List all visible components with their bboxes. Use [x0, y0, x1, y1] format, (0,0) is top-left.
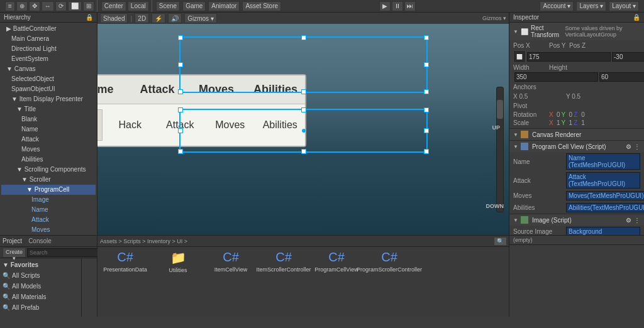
- cell-moves: Moves: [205, 117, 255, 133]
- file-itemscrollercontroller[interactable]: C# ItemScrollerController: [258, 249, 309, 314]
- file-itemcellview[interactable]: C# ItemCellView: [206, 249, 256, 314]
- hierarchy-item-moves[interactable]: Moves: [1, 145, 96, 155]
- file-presentationdata[interactable]: C# PresentationData: [100, 249, 150, 314]
- 2d-btn[interactable]: 2D: [135, 13, 149, 23]
- animator-tab[interactable]: Animator: [208, 1, 240, 11]
- files-grid: C# PresentationData 📁 Utilities C# ItemC…: [97, 247, 509, 317]
- hierarchy-lock[interactable]: 🔒: [86, 14, 93, 21]
- hierarchy-item-moves2[interactable]: Moves: [1, 225, 96, 235]
- scene-view: Shaded | 2D ⚡ 🔊 Gizmos ▾ Gizmos ▾ Name A…: [97, 13, 509, 235]
- toolbar-btn-add[interactable]: ⊕: [16, 1, 28, 11]
- toolbar-btn-menu[interactable]: ≡: [5, 1, 15, 11]
- handle-br-2[interactable]: [424, 89, 429, 94]
- handle-tl-2[interactable]: [178, 35, 183, 40]
- search-files-btn[interactable]: 🔍: [494, 238, 506, 245]
- handle-tm-2[interactable]: [301, 35, 306, 40]
- rot-x-label: X: [549, 111, 555, 118]
- center-btn[interactable]: Center: [101, 1, 126, 11]
- name-field-value[interactable]: Name (TextMeshProUGUI): [566, 153, 640, 170]
- attack-field-value[interactable]: Attack (TextMeshProUGUI): [566, 172, 640, 189]
- pos-x-input[interactable]: [527, 52, 611, 62]
- favorites-allprefab[interactable]: 🔍All Prefab: [1, 302, 80, 313]
- cell-name: Hack: [105, 117, 155, 133]
- hierarchy-item-attack2[interactable]: Attack: [1, 215, 96, 225]
- handle-mr-2[interactable]: [424, 62, 429, 67]
- width-input[interactable]: [514, 72, 598, 82]
- handle-tr[interactable]: [424, 107, 429, 112]
- hierarchy-item-title[interactable]: ▼ Title: [1, 104, 96, 114]
- scene-tab[interactable]: Scene: [156, 1, 180, 11]
- play-button[interactable]: ▶: [379, 1, 391, 11]
- toolbar-btn-scale[interactable]: ⟳: [55, 1, 67, 11]
- inspector-lock[interactable]: 🔒: [633, 14, 640, 21]
- favorites-allmaterials[interactable]: 🔍All Materials: [1, 292, 80, 302]
- pcv-settings[interactable]: ⚙: [626, 143, 631, 150]
- shaded-btn[interactable]: Shaded: [100, 13, 128, 23]
- create-btn[interactable]: Create ▾: [3, 248, 26, 258]
- step-button[interactable]: ⏭: [404, 1, 416, 11]
- toolbar-btn-rotate[interactable]: ↔: [42, 1, 54, 11]
- file-utilities[interactable]: 📁 Utilities: [153, 249, 203, 314]
- pivot-row: Pivot: [509, 101, 644, 111]
- hierarchy-item-spawnobject[interactable]: SpawnObjectUI: [1, 84, 96, 94]
- favorites-allscripts[interactable]: 🔍All Scripts: [1, 270, 80, 281]
- file-programcellview[interactable]: C# ProgramCellView: [311, 249, 362, 314]
- img-settings[interactable]: ⚙: [626, 217, 631, 224]
- pos-y-input[interactable]: [612, 52, 644, 62]
- handle-bm[interactable]: [301, 149, 306, 154]
- source-image-value[interactable]: Background: [566, 227, 640, 235]
- handle-mr[interactable]: [424, 128, 429, 133]
- hierarchy-item-name[interactable]: Name: [1, 124, 96, 134]
- layers-btn[interactable]: Layers ▾: [576, 1, 606, 11]
- hierarchy-item-maincamera[interactable]: Main Camera: [1, 34, 96, 44]
- audio-btn[interactable]: 🔊: [168, 13, 182, 23]
- hierarchy-item-image[interactable]: Image: [1, 195, 96, 205]
- img-menu[interactable]: ⋮: [634, 217, 640, 224]
- hierarchy-item-selectedobject[interactable]: SelectedObject: [1, 74, 96, 84]
- toolbar-btn-move[interactable]: ✥: [29, 1, 40, 11]
- image-script-header[interactable]: ▼ Image (Script) ⚙ ⋮: [509, 214, 644, 226]
- toolbar-btn-transform[interactable]: ⊞: [83, 1, 94, 11]
- game-tab[interactable]: Game: [182, 1, 206, 11]
- scene-scrollbar[interactable]: [496, 87, 504, 212]
- local-btn[interactable]: Local: [128, 1, 149, 11]
- layout-btn[interactable]: Layout ▾: [609, 1, 639, 11]
- hierarchy-item-abilities[interactable]: Abilities: [1, 155, 96, 165]
- height-input[interactable]: [599, 72, 644, 82]
- moves-field-value[interactable]: Moves(TextMeshProUGUI): [566, 191, 644, 200]
- account-btn[interactable]: Account ▾: [540, 1, 574, 11]
- hierarchy-item-directionallight[interactable]: Directional Light: [1, 44, 96, 54]
- gizmos-btn[interactable]: Gizmos ▾: [184, 13, 217, 23]
- anchor-values: X 0.5 Y 0.5: [509, 92, 644, 101]
- handle-bl[interactable]: [178, 149, 183, 154]
- bottom-inspector: (empty): [509, 236, 644, 317]
- handle-tr-2[interactable]: [424, 35, 429, 40]
- hierarchy-item-scroller[interactable]: ▼ Scroller: [1, 175, 96, 185]
- hierarchy-item-scrollingcomp[interactable]: ▼ Scrolling Components: [1, 165, 96, 175]
- canvas-renderer-header[interactable]: ▼ Canvas Renderer: [509, 129, 644, 140]
- toolbar-btn-rect[interactable]: ⬜: [68, 1, 82, 11]
- hierarchy-item-programcell[interactable]: ▼ ProgramCell: [1, 185, 96, 195]
- assets-header: ▼ Assets: [1, 315, 80, 317]
- console-tab[interactable]: Console: [28, 238, 52, 244]
- hierarchy-item-canvas[interactable]: ▼ Canvas: [1, 64, 96, 74]
- asset-store-tab[interactable]: Asset Store: [242, 1, 281, 11]
- hierarchy-item-itemdisplay[interactable]: ▼ Item Display Presenter: [1, 94, 96, 104]
- pcv-menu[interactable]: ⋮: [634, 143, 640, 150]
- hierarchy-item-blank[interactable]: Blank: [1, 114, 96, 124]
- hierarchy-item-attack[interactable]: Attack: [1, 134, 96, 145]
- project-search-input[interactable]: [27, 248, 103, 257]
- pcv-header[interactable]: ▼ Program Cell View (Script) ⚙ ⋮: [509, 141, 644, 152]
- pause-button[interactable]: ⏸: [392, 1, 403, 11]
- hierarchy-item-battlecontroller[interactable]: ▶ BattleController: [1, 24, 96, 34]
- handle-ml-2[interactable]: [178, 62, 183, 67]
- scrollbar-thumb[interactable]: [497, 100, 503, 119]
- file-programscrollercontroller[interactable]: C# ProgramScrollerController: [364, 249, 414, 314]
- favorites-allmodels[interactable]: 🔍All Models: [1, 281, 80, 292]
- hierarchy-item-eventsystem[interactable]: EventSystem: [1, 54, 96, 64]
- rect-transform-header[interactable]: ▼ ⬜ Rect Transform Some values driven by…: [509, 23, 644, 40]
- hierarchy-item-name2[interactable]: Name: [1, 205, 96, 215]
- lighting-btn[interactable]: ⚡: [152, 13, 165, 23]
- abilities-field-value[interactable]: Abilities(TextMeshProUGUI): [566, 203, 644, 212]
- handle-br[interactable]: [424, 149, 429, 154]
